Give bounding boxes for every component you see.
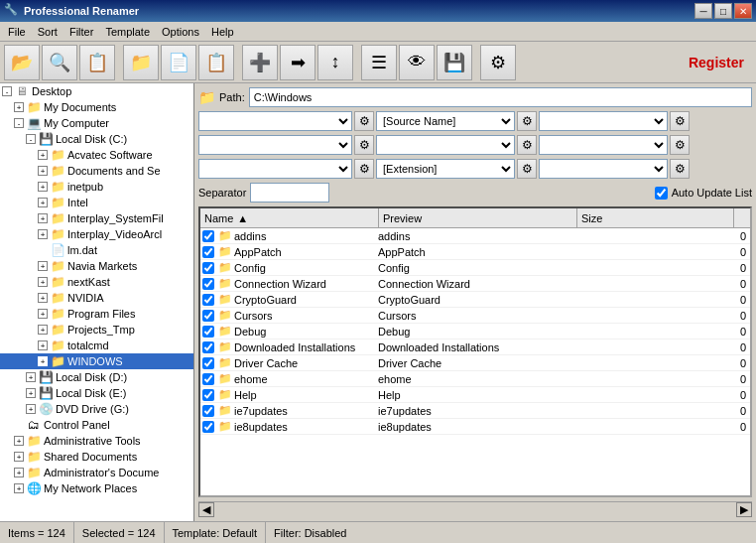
expand-progfiles[interactable]: + <box>38 309 48 319</box>
tree-item-totalcmd[interactable]: + 📁 totalcmd <box>0 338 193 353</box>
separator-input[interactable] <box>250 183 329 203</box>
tree-item-locale[interactable]: + 💾 Local Disk (E:) <box>0 385 193 401</box>
toolbar-settings-btn[interactable]: ⚙ <box>480 45 516 80</box>
tree-item-desktop[interactable]: - 🖥 Desktop <box>0 83 193 99</box>
toolbar-copy-btn[interactable]: 📄 <box>161 45 196 80</box>
col-header-size[interactable]: Size <box>577 208 734 228</box>
tree-item-interplayvid[interactable]: + 📁 Interplay_VideoArcl <box>0 226 193 242</box>
menu-file[interactable]: File <box>2 24 32 40</box>
combo-row2-left[interactable] <box>198 135 352 155</box>
file-row[interactable]: 📁 Debug Debug 0 <box>200 324 750 339</box>
expand-navia[interactable]: + <box>38 261 48 271</box>
combo-row1-right[interactable] <box>539 111 668 131</box>
file-row[interactable]: 📁 Driver Cache Driver Cache 0 <box>200 355 750 371</box>
scroll-left-btn[interactable]: ◀ <box>198 502 214 517</box>
scroll-right-btn[interactable]: ▶ <box>736 502 752 517</box>
close-button[interactable]: ✕ <box>734 3 752 19</box>
toolbar-arrow-btn[interactable]: ↕ <box>317 45 353 80</box>
file-row[interactable]: 📁 ie7updates ie7updates 0 <box>200 403 750 419</box>
combo-row3-ext[interactable]: [Extension] <box>376 159 515 179</box>
tree-item-windows[interactable]: + 📁 WINDOWS <box>0 353 193 369</box>
combo-row3-left[interactable] <box>198 159 352 179</box>
expand-localc[interactable]: - <box>26 134 36 144</box>
gear-btn-r3-left[interactable]: ⚙ <box>354 159 374 179</box>
expand-nextkast[interactable]: + <box>38 277 48 287</box>
tree-item-docsse[interactable]: + 📁 Documents and Se <box>0 163 193 179</box>
tree-item-dvd[interactable]: + 💿 DVD Drive (G:) <box>0 401 193 417</box>
toolbar-folder-btn[interactable]: 📁 <box>123 45 159 80</box>
expand-mycomputer[interactable]: - <box>14 118 24 128</box>
expand-locald[interactable]: + <box>26 372 36 382</box>
menu-help[interactable]: Help <box>205 24 240 40</box>
minimize-button[interactable]: ─ <box>694 3 712 19</box>
file-checkbox[interactable] <box>202 246 214 258</box>
tree-item-progfiles[interactable]: + 📁 Program Files <box>0 306 193 322</box>
expand-projects[interactable]: + <box>38 325 48 335</box>
toolbar-export-btn[interactable]: 💾 <box>437 45 472 80</box>
expand-docsse[interactable]: + <box>38 166 48 176</box>
toolbar-search-btn[interactable]: 🔍 <box>42 45 77 80</box>
toolbar-preview-btn[interactable]: 👁 <box>399 45 435 80</box>
tree-item-network[interactable]: + 🌐 My Network Places <box>0 480 193 496</box>
file-checkbox[interactable] <box>202 357 214 369</box>
file-checkbox[interactable] <box>202 389 214 401</box>
expand-dvd[interactable]: + <box>26 404 36 414</box>
toolbar-open-btn[interactable]: 📂 <box>4 45 40 80</box>
auto-update-checkbox[interactable] <box>655 187 668 200</box>
file-row[interactable]: 📁 Help Help 0 <box>200 387 750 403</box>
gear-btn-r3-ext[interactable]: ⚙ <box>517 159 537 179</box>
gear-btn-r1-src[interactable]: ⚙ <box>517 111 537 131</box>
toolbar-paste-btn[interactable]: 📋 <box>198 45 234 80</box>
file-checkbox[interactable] <box>202 262 214 274</box>
toolbar-move-btn[interactable]: ➡ <box>280 45 315 80</box>
tree-item-navia[interactable]: + 📁 Navia Markets <box>0 258 193 274</box>
file-checkbox[interactable] <box>202 326 214 338</box>
file-row[interactable]: 📁 Downloaded Installations Downloaded In… <box>200 339 750 355</box>
expand-shareddocs[interactable]: + <box>14 452 24 462</box>
file-row[interactable]: 📁 addins addins 0 <box>200 228 750 244</box>
col-header-name[interactable]: Name ▲ <box>200 208 379 228</box>
col-header-preview[interactable]: Preview <box>379 208 577 228</box>
tree-item-localc[interactable]: - 💾 Local Disk (C:) <box>0 131 193 147</box>
expand-windows[interactable]: + <box>38 356 48 366</box>
tree-item-acvatec[interactable]: + 📁 Acvatec Software <box>0 147 193 163</box>
tree-item-inetpub[interactable]: + 📁 inetpub <box>0 179 193 195</box>
tree-item-locald[interactable]: + 💾 Local Disk (D:) <box>0 369 193 385</box>
menu-options[interactable]: Options <box>156 24 205 40</box>
scroll-track[interactable] <box>214 502 736 517</box>
tree-item-mycomputer[interactable]: - 💻 My Computer <box>0 115 193 131</box>
combo-row2-right[interactable] <box>539 135 668 155</box>
file-row[interactable]: 📁 Connection Wizard Connection Wizard 0 <box>200 276 750 292</box>
tree-container[interactable]: - 🖥 Desktop + 📁 My Documents - 💻 My Comp… <box>0 83 193 521</box>
expand-locale[interactable]: + <box>26 388 36 398</box>
maximize-button[interactable]: □ <box>714 3 732 19</box>
expand-admindocs[interactable]: + <box>14 468 24 477</box>
tree-item-shareddocs[interactable]: + 📁 Shared Documents <box>0 449 193 465</box>
gear-btn-r2-right[interactable]: ⚙ <box>670 135 690 155</box>
toolbar-add-btn[interactable]: ➕ <box>242 45 278 80</box>
expand-acvatec[interactable]: + <box>38 150 48 160</box>
gear-btn-r3-right[interactable]: ⚙ <box>670 159 690 179</box>
tree-item-admindocs[interactable]: + 📁 Administrator's Docume <box>0 465 193 480</box>
path-input[interactable] <box>249 87 752 107</box>
combo-row3-right[interactable] <box>539 159 668 179</box>
file-row[interactable]: 📁 Config Config 0 <box>200 260 750 276</box>
expand-inetpub[interactable]: + <box>38 182 48 192</box>
combo-row2-mid[interactable] <box>376 135 515 155</box>
toolbar-rename-btn[interactable]: 📋 <box>79 45 115 80</box>
gear-btn-r2-left[interactable]: ⚙ <box>354 135 374 155</box>
tree-item-lmdat[interactable]: 📄 lm.dat <box>0 242 193 258</box>
file-checkbox[interactable] <box>202 310 214 322</box>
tree-item-ctrlpanel[interactable]: 🗂 Control Panel <box>0 417 193 433</box>
expand-admintools[interactable]: + <box>14 436 24 446</box>
file-checkbox[interactable] <box>202 373 214 385</box>
horiz-scrollbar[interactable]: ◀ ▶ <box>198 501 752 517</box>
tree-item-projects[interactable]: + 📁 Projects_Tmp <box>0 322 193 338</box>
register-button[interactable]: Register <box>681 55 752 70</box>
file-checkbox[interactable] <box>202 421 214 433</box>
file-row[interactable]: 📁 CryptoGuard CryptoGuard 0 <box>200 292 750 308</box>
expand-network[interactable]: + <box>14 483 24 493</box>
tree-item-mydocs[interactable]: + 📁 My Documents <box>0 99 193 115</box>
tree-item-intel[interactable]: + 📁 Intel <box>0 195 193 210</box>
gear-btn-r1-left[interactable]: ⚙ <box>354 111 374 131</box>
